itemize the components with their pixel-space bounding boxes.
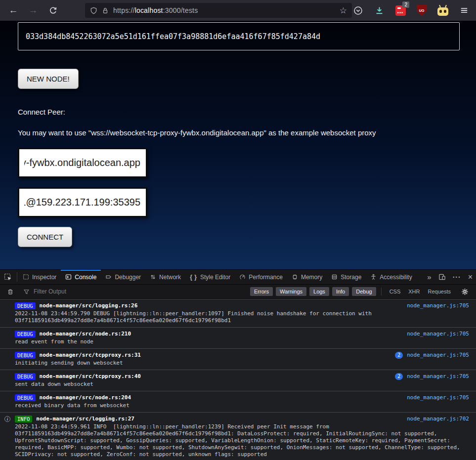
- tab-network[interactable]: Network: [145, 270, 185, 284]
- console-log-row[interactable]: DEBUG node-manager/src/node.rs:204 node_…: [0, 391, 476, 413]
- log-level-badge: DEBUG: [15, 373, 36, 380]
- filter-category-css[interactable]: CSS: [389, 289, 401, 294]
- log-row-header: DEBUG node-manager/src/tcpproxy.rs:40 2 …: [15, 373, 469, 380]
- log-level-filters: ErrorsWarningsLogsInfoDebug: [250, 287, 376, 296]
- tab-debugger[interactable]: Debugger: [101, 270, 145, 284]
- more-tabs-chevron-icon[interactable]: »: [424, 273, 434, 281]
- tab-label: Accessibility: [380, 274, 412, 281]
- filter-category-xhr[interactable]: XHR: [408, 289, 420, 294]
- extension-decoration: [397, 7, 401, 9]
- tab-label: Performance: [249, 274, 283, 281]
- accessibility-icon: [370, 274, 377, 280]
- node-pubkey-box[interactable]: 033d384db8452263072a5e51d161ffea07f3a988…: [18, 22, 460, 50]
- ublock-shield: UO: [417, 5, 427, 16]
- info-icon: i: [4, 416, 10, 422]
- robot-extension-icon[interactable]: [437, 4, 449, 16]
- log-location-link[interactable]: node_manager.js:705: [407, 330, 469, 337]
- new-node-button[interactable]: NEW NODE!: [18, 69, 79, 89]
- download-icon[interactable]: [373, 4, 385, 16]
- node-pubkey-text: 033d384db8452263072a5e51d161ffea07f3a988…: [26, 32, 320, 41]
- websocket-proxy-input[interactable]: [18, 148, 147, 178]
- tab-label: Memory: [301, 274, 322, 281]
- tab-style-editor[interactable]: { }Style Editor: [185, 270, 235, 284]
- tab-inspector[interactable]: Inspector: [18, 270, 61, 284]
- filter-level-warnings[interactable]: Warnings: [276, 287, 306, 296]
- responsive-mode-icon[interactable]: [435, 273, 449, 281]
- separator: [17, 272, 17, 282]
- log-message: sent data down websocket: [15, 381, 469, 388]
- connect-peer-label: Connect Peer:: [18, 108, 476, 116]
- log-row-right: node_manager.js:705: [407, 330, 469, 337]
- filter-placeholder: Filter Output: [34, 288, 66, 295]
- console-log-row[interactable]: DEBUG node-manager/src/logging.rs:26 nod…: [0, 299, 476, 328]
- tab-performance[interactable]: Performance: [235, 270, 287, 284]
- log-row-right: 2 node_manager.js:705: [395, 373, 469, 380]
- devtools-tabbar: InspectorConsoleDebuggerNetwork{ }Style …: [0, 270, 476, 285]
- browser-window: ← → https://localhost:3000/tests ☆: [0, 0, 476, 460]
- reload-button[interactable]: [45, 3, 60, 18]
- pick-element-button[interactable]: [0, 270, 16, 284]
- console-log-row[interactable]: DEBUG node-manager/src/node.rs:210 node_…: [0, 328, 476, 349]
- log-location-link[interactable]: node_manager.js:705: [407, 351, 469, 359]
- url-scheme: https://: [113, 6, 135, 14]
- page-content: 033d384db8452263072a5e51d161ffea07f3a988…: [0, 21, 476, 269]
- performance-icon: [239, 274, 246, 280]
- ublock-origin-icon[interactable]: UO: [416, 4, 428, 16]
- tab-console[interactable]: Console: [61, 270, 101, 284]
- robot-eye: [444, 10, 446, 13]
- filter-level-errors[interactable]: Errors: [250, 287, 273, 296]
- extension-badge: 2: [402, 1, 409, 8]
- log-location-link[interactable]: node_manager.js:702: [407, 415, 469, 422]
- menu-hamburger-icon[interactable]: [458, 4, 470, 16]
- connect-button[interactable]: CONNECT: [18, 227, 72, 247]
- tab-label: Storage: [341, 274, 361, 281]
- log-message: read event from the node: [15, 338, 469, 345]
- log-row-right: 2 node_manager.js:705: [395, 351, 469, 359]
- separator: [381, 288, 382, 295]
- log-source: node-manager/src/node.rs:210: [40, 330, 131, 337]
- log-message: received binary data from websocket: [15, 402, 469, 409]
- peer-connection-input[interactable]: [18, 187, 147, 217]
- proxy-hint-text: You may want to use "wss://websocket-tcp…: [18, 128, 476, 137]
- log-repeat-count-badge: 2: [395, 373, 403, 380]
- log-row-right: node_manager.js:705: [407, 394, 469, 401]
- devtools-meatball-menu-icon[interactable]: ···: [449, 273, 465, 281]
- devtools-close-icon[interactable]: ×: [465, 273, 476, 282]
- log-level-badge: DEBUG: [15, 352, 36, 359]
- debugger-icon: [105, 274, 112, 280]
- log-location-link[interactable]: node_manager.js:705: [407, 394, 469, 401]
- url-bar[interactable]: https://localhost:3000/tests ☆: [85, 3, 352, 18]
- shield-icon[interactable]: [90, 7, 97, 14]
- log-level-badge: DEBUG: [15, 302, 36, 309]
- log-row-header: DEBUG node-manager/src/node.rs:204 node_…: [15, 394, 469, 401]
- storage-icon: [331, 274, 338, 280]
- log-message: 2022-11-08 23:44:59.961 INFO [lightning:…: [15, 423, 469, 458]
- log-message: 2022-11-08 23:44:59.790 DEBUG [lightning…: [15, 310, 469, 324]
- log-row-right: node_manager.js:702: [407, 415, 469, 422]
- browser-toolbar: ← → https://localhost:3000/tests ☆: [0, 0, 476, 21]
- console-settings-gear-icon[interactable]: [457, 288, 473, 296]
- filter-level-info[interactable]: Info: [332, 287, 349, 296]
- tab-memory[interactable]: Memory: [287, 270, 327, 284]
- log-row-header: INFO node-manager/src/logging.rs:27 node…: [15, 415, 469, 422]
- inspector-icon: [23, 274, 29, 280]
- tab-accessibility[interactable]: Accessibility: [366, 270, 416, 284]
- filter-output-input[interactable]: Filter Output: [23, 288, 250, 295]
- filter-category-requests[interactable]: Requests: [428, 289, 451, 294]
- console-log-row[interactable]: INFO node-manager/src/logging.rs:27 node…: [0, 413, 476, 460]
- filter-level-debug[interactable]: Debug: [352, 287, 376, 296]
- back-button[interactable]: ←: [6, 3, 21, 18]
- pocket-icon[interactable]: [352, 4, 364, 16]
- tab-storage[interactable]: Storage: [327, 270, 366, 284]
- console-log-row[interactable]: DEBUG node-manager/src/tcpproxy.rs:40 2 …: [0, 370, 476, 391]
- log-location-link[interactable]: node_manager.js:705: [407, 302, 469, 309]
- bookmark-star-icon[interactable]: ☆: [340, 5, 347, 16]
- password-manager-extension-icon[interactable]: ••• 2: [394, 4, 406, 16]
- console-log-row[interactable]: DEBUG node-manager/src/tcpproxy.rs:31 2 …: [0, 349, 476, 370]
- log-location-link[interactable]: node_manager.js:705: [407, 373, 469, 380]
- lock-icon[interactable]: [102, 7, 109, 14]
- filter-level-logs[interactable]: Logs: [309, 287, 329, 296]
- clear-console-button[interactable]: [3, 288, 18, 295]
- log-row-header: DEBUG node-manager/src/tcpproxy.rs:31 2 …: [15, 351, 469, 359]
- reload-icon: [49, 6, 57, 15]
